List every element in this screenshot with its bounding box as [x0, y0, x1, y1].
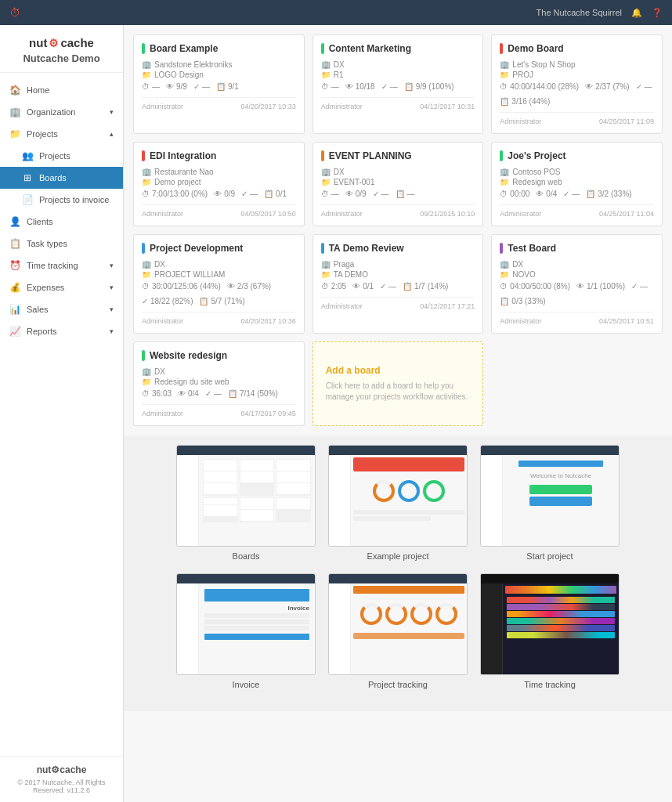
board-card-4[interactable]: EVENT PLANNING 🏢DX 📁EVENT-001 ⏱— 👁0/9 ✓—…	[313, 142, 484, 226]
mini-col-card	[276, 460, 310, 471]
mini-time-rows	[505, 595, 616, 641]
board-card-6[interactable]: Project Development 🏢DX 📁PROJECT WILLIAM…	[133, 234, 305, 334]
mini-gauges	[353, 474, 464, 508]
board-card-0[interactable]: Board Example 🏢Sandstone Elektroniks 📁LO…	[133, 34, 305, 134]
gallery-label-invoice: Invoice	[233, 680, 260, 689]
gallery-label-boards: Boards	[233, 551, 260, 561]
board-card-7[interactable]: TA Demo Review 🏢Praga 📁TA DEMO ⏱2:05 👁0/…	[313, 234, 484, 334]
board-title-3: EDI Integration	[142, 150, 296, 161]
board-card-8[interactable]: Test Board 🏢DX 📁NOVO ⏱04:00/50:00 (8%) 👁…	[491, 234, 663, 334]
mini-col-2	[240, 459, 275, 496]
mini-sidebar-5	[329, 583, 351, 674]
gallery-label-start: Start project	[526, 551, 573, 561]
sidebar-item-projects-group[interactable]: 📁 Projects ▴	[0, 123, 123, 145]
gallery-thumb-time	[480, 573, 620, 675]
board-meta2-4: 📁EVENT-001	[321, 178, 475, 186]
question-icon[interactable]: ❓	[652, 8, 663, 18]
boards-grid: Board Example 🏢Sandstone Elektroniks 📁LO…	[133, 34, 663, 426]
time-row-2	[507, 604, 615, 610]
board-card-1[interactable]: Content Marketing 🏢DX 📁R1 ⏱— 👁10/18 ✓— 📋…	[313, 34, 484, 134]
chevron-down-icon-4: ▾	[110, 284, 114, 291]
gallery-item-invoice[interactable]: Invoice Invoice	[176, 573, 316, 689]
board-meta1-5: 🏢Contoso POS	[500, 168, 654, 176]
sidebar-item-expenses[interactable]: 💰 Expenses ▾	[0, 276, 123, 298]
bell-icon[interactable]: 🔔	[631, 8, 642, 18]
sidebar-label-boards: Boards	[39, 173, 67, 182]
sidebar-item-home[interactable]: 🏠 Home	[0, 79, 123, 101]
mini-invoice: Invoice	[201, 586, 313, 643]
mini-welcome: Welcome to Nutcache	[505, 457, 616, 509]
chevron-down-icon-5: ▾	[110, 305, 114, 313]
board-stats-0: ⏱— 👁9/9 ✓— 📋9/1	[142, 82, 296, 91]
board-meta1-7: 🏢Praga	[321, 260, 475, 269]
board-meta2-8: 📁NOVO	[500, 270, 654, 279]
board-meta1-2: 🏢Let's Stop N Shop	[500, 60, 654, 69]
mini-col-card	[276, 483, 310, 494]
mini-mockup-boards	[177, 446, 315, 546]
gauge-t2	[385, 603, 407, 625]
sidebar-item-organization[interactable]: 🏢 Organization ▾	[0, 101, 123, 123]
sidebar-item-time-tracking[interactable]: ⏰ Time tracking ▾	[0, 255, 123, 276]
board-color-bar-2	[500, 43, 503, 54]
gallery-item-boards[interactable]: Boards	[176, 445, 316, 561]
stat2-0: 👁9/9	[166, 82, 187, 91]
board-stats-5: ⏱00:00 👁0/4 ✓— 📋3/2 (33%)	[500, 190, 654, 198]
mini-welcome-btn-2	[529, 497, 592, 506]
board-card-9[interactable]: Website redesign 🏢DX 📁Redesign du site w…	[133, 341, 305, 426]
timer-icon[interactable]: ⏱	[9, 6, 20, 19]
sidebar-nav: 🏠 Home 🏢 Organization ▾ 📁 Projects ▴ 👥 P…	[0, 73, 123, 756]
reports-icon: 📈	[9, 326, 20, 337]
gauge-2	[398, 480, 420, 502]
board-footer-4: Administrator 09/21/2015 10:10	[321, 204, 475, 218]
tracking-bar	[353, 633, 464, 639]
mini-topbar-4	[177, 574, 315, 583]
gallery-item-project-tracking[interactable]: Project tracking	[328, 573, 468, 689]
board-title-1: Content Marketing	[321, 43, 475, 54]
gallery-item-example-project[interactable]: Example project	[328, 445, 468, 561]
add-board-card[interactable]: Add a board Click here to add a board to…	[313, 341, 484, 426]
board-stats-8: ⏱04:00/50:00 (8%) 👁1/1 (100%) ✓— 📋0/3 (3…	[500, 282, 654, 305]
app-container: nut⚙cache Nutcache Demo 🏠 Home 🏢 Organiz…	[0, 25, 672, 802]
sidebar-item-sales[interactable]: 📊 Sales ▾	[0, 298, 123, 320]
clients-icon: 👤	[9, 216, 20, 227]
sidebar-item-task-types[interactable]: 📋 Task types	[0, 233, 123, 255]
mini-mockup-invoice: Invoice	[177, 574, 315, 674]
board-card-3[interactable]: EDI Integration 🏢Restaurante Nao 📁Demo p…	[133, 142, 305, 226]
app-title: Nutcache Demo	[9, 52, 114, 64]
gallery-item-time-tracking[interactable]: Time tracking	[480, 573, 620, 689]
sidebar-label-time: Time tracking	[27, 261, 78, 270]
board-title-4: EVENT PLANNING	[321, 150, 475, 161]
stat4-0: 📋9/1	[216, 82, 239, 91]
board-footer-9: Administrator 04/17/2017 09:45	[142, 404, 296, 417]
sidebar-item-clients[interactable]: 👤 Clients	[0, 211, 123, 233]
app-logo: nut⚙cache	[29, 36, 94, 49]
gallery-label-time: Time tracking	[524, 680, 576, 689]
welcome-text: Welcome to Nutcache	[530, 472, 591, 479]
board-meta2-5: 📁Redesign web	[500, 178, 654, 186]
mini-mockup-tracking	[329, 574, 467, 674]
sidebar-item-boards[interactable]: ⊞ Boards	[0, 167, 123, 189]
board-title-8: Test Board	[500, 243, 654, 254]
sidebar-item-projects[interactable]: 👥 Projects	[0, 145, 123, 167]
mini-layout-3: Welcome to Nutcache	[481, 455, 619, 546]
mini-sidebar-3	[481, 455, 503, 546]
board-color-bar-9	[142, 350, 145, 361]
mini-sidebar-2	[329, 455, 351, 546]
board-card-2[interactable]: Demo Board 🏢Let's Stop N Shop 📁PROJ ⏱40:…	[491, 34, 663, 134]
logo-gear-icon: ⚙	[49, 37, 59, 49]
board-meta2-1: 📁R1	[321, 70, 475, 79]
board-meta2-9: 📁Redesign du site web	[142, 378, 296, 386]
board-stats-2: ⏱40:00/144:00 (28%) 👁2/37 (7%) ✓— 📋3/16 …	[500, 82, 654, 106]
sidebar-item-projects-invoice[interactable]: 📄 Projects to invoice	[0, 189, 123, 211]
board-card-5[interactable]: Joe's Project 🏢Contoso POS 📁Redesign web…	[491, 142, 663, 226]
gauge-1	[373, 480, 395, 502]
mini-mockup-time	[481, 574, 619, 674]
chevron-down-icon-2: ▴	[110, 130, 114, 138]
sidebar-item-reports[interactable]: 📈 Reports ▾	[0, 320, 123, 342]
home-icon: 🏠	[9, 85, 20, 96]
gallery-row-1: Boards	[133, 445, 663, 561]
add-board-desc: Click here to add a board to help you ma…	[326, 381, 471, 403]
mini-sidebar-6	[481, 583, 503, 674]
board-meta1-3: 🏢Restaurante Nao	[142, 168, 296, 176]
gallery-item-start-project[interactable]: Welcome to Nutcache Start project	[480, 445, 620, 561]
